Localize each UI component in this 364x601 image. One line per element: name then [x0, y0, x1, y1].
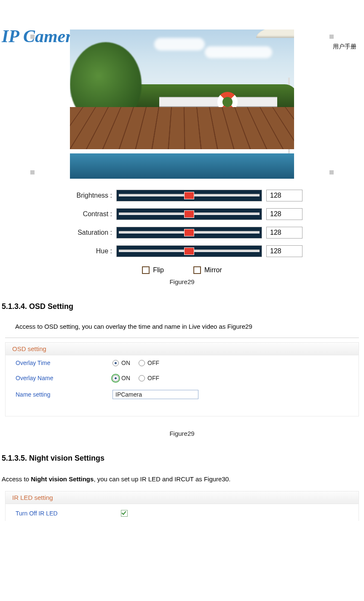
crop-handle-tl[interactable]	[30, 35, 35, 39]
brightness-label: Brightness :	[67, 192, 112, 199]
turn-off-ir-label: Turn Off IR LED	[16, 510, 121, 517]
flip-checkbox[interactable]	[142, 266, 150, 274]
overlay-time-off-radio[interactable]	[139, 360, 145, 366]
brightness-value-input[interactable]	[266, 190, 302, 201]
hue-row: Hue :	[67, 242, 302, 260]
overlay-time-on-label: ON	[121, 360, 130, 366]
saturation-label: Saturation :	[67, 229, 112, 236]
header-subtitle: 用户手册	[333, 43, 356, 51]
flip-mirror-row: Flip Mirror	[30, 266, 334, 274]
overlay-name-off-label: OFF	[147, 375, 159, 381]
crop-handle-br[interactable]	[329, 170, 334, 174]
overlay-time-label: Overlay Time	[16, 360, 112, 366]
contrast-row: Contrast :	[67, 205, 302, 223]
saturation-row: Saturation :	[67, 223, 302, 242]
figure29-caption: Figure29	[30, 278, 334, 285]
crop-handle-tr[interactable]	[329, 35, 334, 39]
figure-29-block: Brightness : Contrast : Saturation : Hue…	[30, 30, 334, 285]
mirror-checkbox[interactable]	[193, 266, 201, 274]
heading-night-vision: 5.1.3.5. Night vision Settings	[2, 454, 364, 463]
hue-slider[interactable]	[116, 245, 262, 257]
overlay-name-row: Overlay Name ON OFF	[5, 370, 359, 386]
mirror-checkbox-item[interactable]: Mirror	[193, 266, 222, 274]
name-setting-input[interactable]	[112, 390, 198, 399]
osd-setting-panel: OSD setting Overlay Time ON OFF Overlay …	[5, 342, 359, 416]
heading-osd-setting: 5.1.3.4. OSD Setting	[2, 302, 364, 311]
crop-handle-bl[interactable]	[30, 170, 35, 174]
camera-preview-image	[70, 30, 294, 179]
night-vision-body: Access to Night vision Settings, you can…	[2, 475, 364, 484]
separator	[5, 338, 359, 338]
saturation-slider[interactable]	[116, 227, 262, 239]
name-setting-label: Name setting	[16, 391, 112, 398]
ir-led-panel: IR LED setting Turn Off IR LED	[5, 491, 359, 521]
contrast-label: Contrast :	[67, 210, 112, 218]
osd-setting-body: Access to OSD setting, you can overlay t…	[15, 323, 364, 330]
contrast-value-input[interactable]	[266, 208, 302, 220]
figure29-caption-2: Figure29	[0, 430, 364, 437]
overlay-time-row: Overlay Time ON OFF	[5, 355, 359, 370]
hue-value-input[interactable]	[266, 245, 302, 257]
flip-checkbox-item[interactable]: Flip	[142, 266, 164, 274]
turn-off-ir-checkbox[interactable]	[121, 510, 128, 517]
contrast-slider[interactable]	[116, 208, 262, 220]
overlay-time-off-label: OFF	[147, 360, 159, 366]
overlay-name-on-radio[interactable]	[112, 375, 119, 381]
osd-panel-title: OSD setting	[5, 343, 359, 355]
image-adjust-sliders: Brightness : Contrast : Saturation : Hue…	[67, 186, 302, 260]
saturation-value-input[interactable]	[266, 227, 302, 239]
turn-off-ir-row: Turn Off IR LED	[5, 504, 359, 521]
brightness-slider[interactable]	[116, 190, 262, 201]
name-setting-row: Name setting	[5, 386, 359, 403]
brightness-row: Brightness :	[67, 186, 302, 205]
overlay-name-off-radio[interactable]	[139, 375, 145, 381]
overlay-name-label: Overlay Name	[16, 375, 112, 381]
overlay-time-on-radio[interactable]	[112, 360, 119, 366]
hue-label: Hue :	[67, 247, 112, 255]
ir-panel-title: IR LED setting	[5, 491, 359, 504]
mirror-label: Mirror	[204, 266, 222, 274]
flip-label: Flip	[153, 266, 164, 274]
overlay-name-on-label: ON	[121, 375, 130, 381]
